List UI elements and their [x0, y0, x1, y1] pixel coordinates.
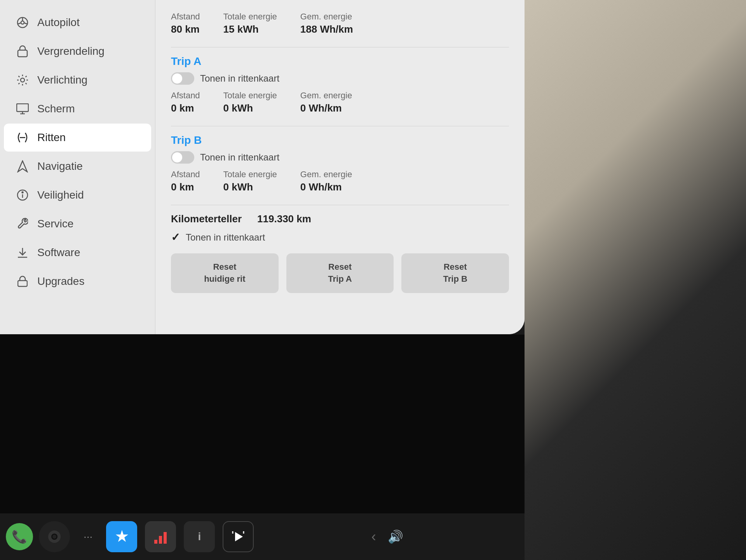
reset-trip-b-button[interactable]: ResetTrip B [401, 253, 509, 293]
svg-rect-5 [18, 50, 27, 57]
sidebar-label-scherm: Scherm [37, 103, 75, 115]
sidebar-label-navigatie: Navigatie [37, 160, 83, 173]
taskbar-dots[interactable]: ··· [78, 530, 98, 543]
trips-icon [16, 131, 30, 145]
bars-button[interactable] [145, 521, 176, 552]
svg-point-22 [22, 192, 23, 193]
trip-b-afstand-value: 0 km [171, 181, 200, 193]
odometer-checkbox-label: Tonen in rittenkaart [186, 232, 265, 243]
info-circle-icon [16, 188, 30, 202]
trip-a-energie: Totale energie 0 kWh [223, 91, 277, 114]
current-afstand-label: Afstand [171, 12, 200, 22]
chevron-left-icon[interactable]: ‹ [371, 529, 376, 545]
bluetooth-button[interactable]: ★ [106, 521, 137, 552]
svg-rect-15 [17, 104, 28, 112]
trip-b-energie-value: 0 kWh [223, 181, 277, 193]
trip-a-toggle-label: Tonen in rittenkaart [200, 73, 279, 84]
svg-line-11 [19, 76, 20, 77]
current-energie-value: 15 kWh [223, 23, 277, 35]
trip-a-toggle-row[interactable]: Tonen in rittenkaart [171, 72, 509, 85]
trip-b-stats: Afstand 0 km Totale energie 0 kWh Gem. e… [171, 169, 509, 193]
trip-a-gem-energie: Gem. energie 0 Wh/km [300, 91, 352, 114]
main-content: Afstand 80 km Totale energie 15 kWh Gem.… [155, 0, 525, 334]
sidebar-item-upgrades[interactable]: Upgrades [4, 267, 151, 295]
sidebar-label-ritten: Ritten [37, 131, 66, 144]
svg-rect-28 [154, 540, 157, 544]
divider-3 [171, 205, 509, 205]
trip-a-afstand: Afstand 0 km [171, 91, 200, 114]
sidebar-item-autopilot[interactable]: Autopilot [4, 9, 151, 37]
divider-2 [171, 126, 509, 126]
trip-b-gem-energie: Gem. energie 0 Wh/km [300, 169, 352, 193]
trip-a-afstand-value: 0 km [171, 102, 200, 114]
current-energie: Totale energie 15 kWh [223, 12, 277, 35]
sidebar-item-software[interactable]: Software [4, 239, 151, 267]
svg-rect-24 [18, 281, 27, 286]
camera-button[interactable] [39, 521, 70, 552]
sidebar-label-veiligheid: Veiligheid [37, 189, 84, 201]
trip-b-title: Trip B [171, 134, 509, 147]
phone-icon[interactable]: 📞 [6, 523, 33, 550]
sidebar-label-autopilot: Autopilot [37, 16, 80, 29]
sidebar-item-vergrendeling[interactable]: Vergrendeling [4, 37, 151, 65]
reset-trip-a-button[interactable]: ResetTrip A [286, 253, 394, 293]
trip-a-afstand-label: Afstand [171, 91, 200, 101]
sidebar-label-service: Service [37, 218, 73, 230]
sidebar: Autopilot Vergrendeling [0, 0, 155, 334]
divider-1 [171, 47, 509, 47]
svg-line-14 [19, 83, 20, 84]
lock2-icon [16, 274, 30, 288]
current-afstand-value: 80 km [171, 23, 200, 35]
sidebar-item-scherm[interactable]: Scherm [4, 95, 151, 123]
sidebar-item-veiligheid[interactable]: Veiligheid [4, 181, 151, 209]
sidebar-item-ritten[interactable]: Ritten [4, 124, 151, 152]
steering-wheel-icon [16, 16, 30, 30]
trip-a-title: Trip A [171, 55, 509, 68]
current-gem-energie-label: Gem. energie [300, 12, 353, 22]
sun-icon [16, 73, 30, 87]
current-energie-label: Totale energie [223, 12, 277, 22]
reset-current-button[interactable]: Resethuidige rit [171, 253, 279, 293]
trip-b-energie-label: Totale energie [223, 169, 277, 180]
reset-buttons-row: Resethuidige rit ResetTrip A ResetTrip B [171, 253, 509, 293]
lock-icon [16, 44, 30, 58]
play-button[interactable] [223, 521, 254, 552]
trip-b-energie: Totale energie 0 kWh [223, 169, 277, 193]
svg-line-13 [26, 76, 27, 77]
odometer-row: Kilometerteller 119.330 km [171, 213, 509, 225]
trip-a-energie-value: 0 kWh [223, 102, 277, 114]
trip-a-energie-label: Totale energie [223, 91, 277, 101]
info-button[interactable]: i [184, 521, 215, 552]
current-trip-stats: Afstand 80 km Totale energie 15 kWh Gem.… [171, 12, 509, 35]
sidebar-item-verlichting[interactable]: Verlichting [4, 66, 151, 94]
odometer-label: Kilometerteller [171, 213, 242, 225]
sidebar-item-navigatie[interactable]: Navigatie [4, 152, 151, 180]
display-icon [16, 102, 30, 116]
trip-a-gem-energie-label: Gem. energie [300, 91, 352, 101]
taskbar: 📞 ··· ★ i ‹ 🔊 [0, 513, 525, 560]
trip-b-afstand: Afstand 0 km [171, 169, 200, 193]
svg-rect-29 [159, 536, 162, 544]
current-gem-energie-value: 188 Wh/km [300, 23, 353, 35]
trip-b-section: Trip B Tonen in rittenkaart Afstand 0 km… [171, 134, 509, 193]
svg-point-6 [21, 78, 24, 82]
download-icon [16, 246, 30, 260]
trip-a-toggle[interactable] [171, 72, 194, 85]
sidebar-item-service[interactable]: Service [4, 210, 151, 238]
taskbar-center: ‹ 🔊 [261, 529, 513, 545]
trip-b-afstand-label: Afstand [171, 169, 200, 180]
sidebar-label-verlichting: Verlichting [37, 74, 87, 86]
trip-b-toggle-row[interactable]: Tonen in rittenkaart [171, 151, 509, 164]
volume-icon[interactable]: 🔊 [388, 529, 403, 544]
trip-b-gem-energie-label: Gem. energie [300, 169, 352, 180]
current-afstand: Afstand 80 km [171, 12, 200, 35]
svg-line-12 [26, 83, 27, 84]
sidebar-label-vergrendeling: Vergrendeling [37, 45, 105, 58]
svg-line-4 [24, 23, 28, 24]
odometer-value: 119.330 km [257, 213, 311, 225]
odometer-checkbox-row[interactable]: ✓ Tonen in rittenkaart [171, 231, 509, 244]
trip-a-gem-energie-value: 0 Wh/km [300, 102, 352, 114]
trip-a-stats: Afstand 0 km Totale energie 0 kWh Gem. e… [171, 91, 509, 114]
checkmark-icon: ✓ [171, 231, 180, 244]
trip-b-toggle[interactable] [171, 151, 194, 164]
